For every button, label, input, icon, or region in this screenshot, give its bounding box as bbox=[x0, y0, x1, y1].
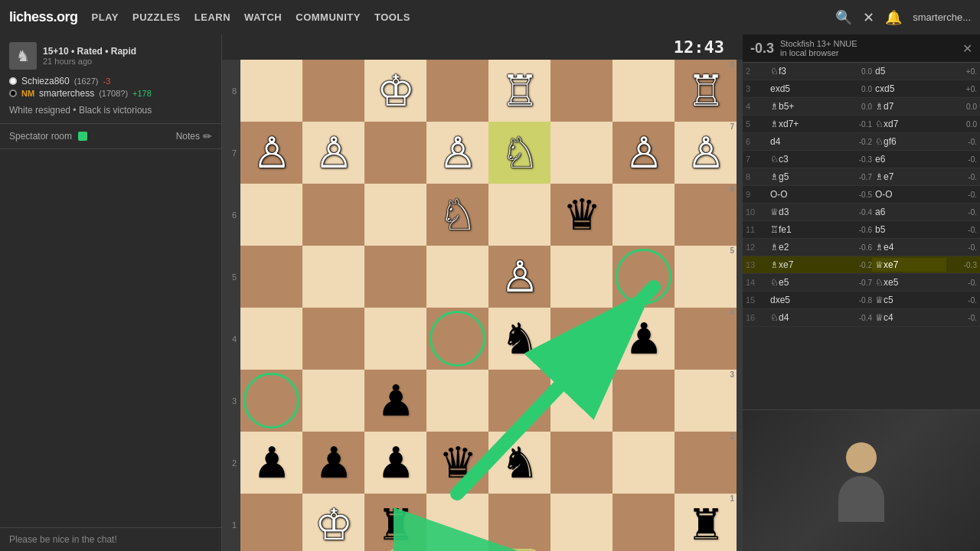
black-move[interactable]: ♗d7 bbox=[872, 99, 946, 113]
board-cell[interactable] bbox=[302, 246, 364, 308]
board-cell[interactable]: 8♖ bbox=[675, 60, 737, 122]
board-cell[interactable] bbox=[240, 494, 302, 551]
board-cell[interactable] bbox=[302, 308, 364, 370]
board-cell[interactable]: 2 bbox=[675, 432, 737, 494]
white-move[interactable]: ♘d4 bbox=[767, 311, 841, 324]
board-cell[interactable] bbox=[612, 494, 675, 551]
bell-icon[interactable]: 🔔 bbox=[885, 9, 902, 26]
board-cell[interactable]: ♙ bbox=[612, 122, 675, 184]
board-cell[interactable]: 4 bbox=[675, 308, 737, 370]
board-cell[interactable]: ♜ bbox=[364, 494, 426, 551]
black-move[interactable]: b5 bbox=[872, 223, 946, 236]
board-cell[interactable] bbox=[364, 246, 426, 308]
black-move[interactable]: ♕c5 bbox=[872, 293, 946, 307]
black-move[interactable]: d5 bbox=[872, 64, 946, 78]
board-cell[interactable]: ♟ bbox=[364, 370, 426, 432]
board-cell[interactable]: ♛ bbox=[550, 184, 612, 246]
board-cell[interactable] bbox=[612, 60, 675, 122]
board-cell[interactable]: ♙ bbox=[426, 122, 488, 184]
board-cell[interactable] bbox=[240, 370, 302, 432]
board-cell[interactable] bbox=[550, 494, 612, 551]
board-cell[interactable] bbox=[426, 246, 488, 308]
nav-tools[interactable]: TOOLS bbox=[374, 11, 410, 23]
nav-community[interactable]: COMMUNITY bbox=[296, 11, 361, 23]
board-cell[interactable]: ♙ bbox=[240, 122, 302, 184]
white-move[interactable]: dxe5 bbox=[767, 293, 841, 307]
board-cell[interactable]: 3 bbox=[675, 370, 737, 432]
board-cell[interactable] bbox=[426, 494, 488, 551]
board-cell[interactable] bbox=[612, 370, 675, 432]
board-cell[interactable] bbox=[240, 184, 302, 246]
white-move[interactable]: O-O bbox=[767, 187, 841, 201]
white-move[interactable]: d4 bbox=[767, 135, 841, 148]
board-cell[interactable]: ♙ bbox=[302, 122, 364, 184]
board-cell[interactable] bbox=[364, 308, 426, 370]
board-cell[interactable]: ♞ bbox=[488, 432, 550, 494]
board-cell[interactable] bbox=[426, 308, 488, 370]
white-move[interactable]: ♘c3 bbox=[767, 152, 841, 166]
close-icon[interactable]: ✕ bbox=[863, 9, 874, 26]
black-move[interactable]: ♗e7 bbox=[872, 170, 946, 184]
player-white-name[interactable]: Schieza860 bbox=[21, 76, 70, 86]
board-cell[interactable] bbox=[240, 60, 302, 122]
search-icon[interactable]: 🔍 bbox=[835, 9, 852, 26]
white-move[interactable]: ♘e5 bbox=[767, 276, 841, 289]
board-cell[interactable]: ♟ bbox=[302, 432, 364, 494]
board-cell[interactable]: ♙ bbox=[488, 246, 550, 308]
black-move[interactable]: ♕c4 bbox=[872, 311, 946, 324]
nav-puzzles[interactable]: PUZZLES bbox=[132, 11, 181, 23]
board-cell[interactable] bbox=[240, 246, 302, 308]
white-move[interactable]: exd5 bbox=[767, 82, 841, 96]
board-cell[interactable]: ♖ bbox=[488, 60, 550, 122]
black-move[interactable]: ♘gf6 bbox=[872, 135, 946, 148]
white-move[interactable]: ♗g5 bbox=[767, 170, 841, 184]
white-move[interactable]: ♖fe1 bbox=[767, 223, 841, 236]
board-cell[interactable]: ♘ bbox=[426, 184, 488, 246]
board-cell[interactable]: ♔ bbox=[364, 60, 426, 122]
board-cell[interactable]: ♟ bbox=[364, 432, 426, 494]
black-move[interactable]: a6 bbox=[872, 205, 946, 219]
white-move[interactable]: ♘f3 bbox=[767, 64, 841, 78]
board-cell[interactable]: 7♙ bbox=[675, 122, 737, 184]
black-move[interactable]: ♗e4 bbox=[872, 240, 946, 254]
black-move[interactable]: ♘xd7 bbox=[872, 117, 946, 131]
board-cell[interactable] bbox=[364, 184, 426, 246]
white-move[interactable]: ♗xd7+ bbox=[767, 117, 841, 131]
player-black-name[interactable]: smarterchess bbox=[39, 88, 94, 99]
board-cell[interactable] bbox=[612, 432, 675, 494]
white-move[interactable]: ♗b5+ bbox=[767, 99, 841, 113]
board-cell[interactable]: ♟ bbox=[612, 308, 675, 370]
nav-play[interactable]: PLAY bbox=[92, 11, 119, 23]
board-cell[interactable]: ♘ bbox=[488, 122, 550, 184]
white-move[interactable]: ♕d3 bbox=[767, 205, 841, 219]
board-cell[interactable] bbox=[240, 308, 302, 370]
board-cell[interactable]: ♔ bbox=[302, 494, 364, 551]
black-move[interactable]: ♘xe5 bbox=[872, 276, 946, 289]
notes-button[interactable]: Notes ✏ bbox=[176, 130, 212, 142]
board-cell[interactable] bbox=[426, 370, 488, 432]
white-move[interactable]: ♗xe7 bbox=[767, 258, 841, 272]
black-move[interactable]: O-O bbox=[872, 187, 946, 201]
board-cell[interactable] bbox=[426, 60, 488, 122]
board-cell[interactable]: ♞ bbox=[488, 308, 550, 370]
board-cell[interactable]: 1♜ bbox=[675, 494, 737, 551]
board-cell[interactable] bbox=[302, 184, 364, 246]
board-cell[interactable] bbox=[488, 184, 550, 246]
board-cell[interactable] bbox=[550, 432, 612, 494]
board-cell[interactable] bbox=[488, 370, 550, 432]
board-cell[interactable] bbox=[550, 246, 612, 308]
board-cell[interactable] bbox=[550, 60, 612, 122]
black-move[interactable]: ♕xe7 bbox=[872, 258, 946, 272]
board-cell[interactable] bbox=[302, 60, 364, 122]
site-logo[interactable]: lichess.org bbox=[9, 9, 78, 25]
board-cell[interactable]: ♟ bbox=[240, 432, 302, 494]
username[interactable]: smarterche... bbox=[913, 11, 971, 23]
board-cell[interactable] bbox=[550, 122, 612, 184]
board-cell[interactable] bbox=[302, 370, 364, 432]
chess-board[interactable]: ♔♖8♖♙♙♙♘♙7♙♘♛6♙5♞♟4♟3♟♟♟♛♞2♔♜1♜ bbox=[240, 60, 737, 551]
board-cell[interactable] bbox=[550, 308, 612, 370]
nav-learn[interactable]: LEARN bbox=[194, 11, 230, 23]
engine-close-button[interactable]: ✕ bbox=[962, 41, 972, 56]
board-cell[interactable] bbox=[612, 246, 675, 308]
board-cell[interactable]: ♛ bbox=[426, 432, 488, 494]
